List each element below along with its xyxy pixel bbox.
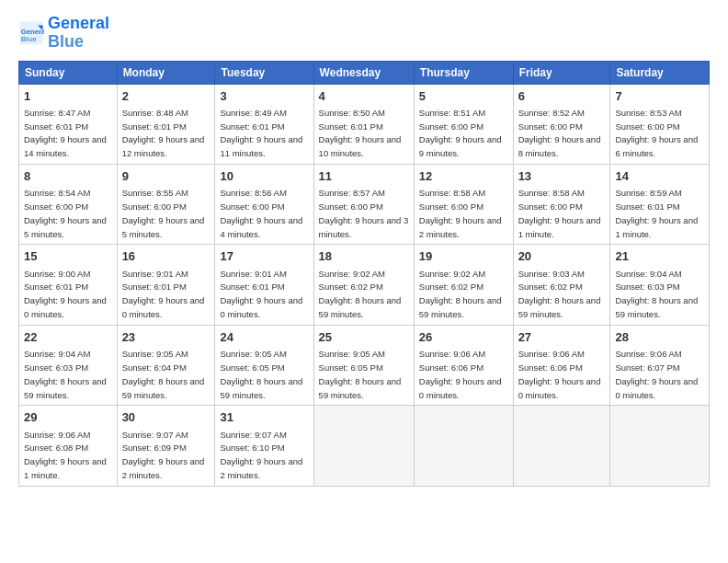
day-info: Sunrise: 9:06 AMSunset: 6:08 PMDaylight:…: [24, 430, 107, 480]
logo-icon: General Blue: [18, 20, 44, 46]
calendar-day-cell: 6 Sunrise: 8:52 AMSunset: 6:00 PMDayligh…: [513, 84, 610, 164]
day-info: Sunrise: 9:06 AMSunset: 6:07 PMDaylight:…: [615, 349, 698, 399]
day-number: 23: [122, 329, 210, 346]
day-info: Sunrise: 8:47 AMSunset: 6:01 PMDaylight:…: [24, 108, 107, 158]
day-number: 26: [419, 329, 508, 346]
logo: General Blue GeneralBlue: [18, 15, 109, 52]
day-number: 19: [419, 248, 508, 265]
day-number: 29: [24, 409, 112, 426]
day-info: Sunrise: 9:01 AMSunset: 6:01 PMDaylight:…: [122, 269, 205, 319]
calendar-day-cell: 8 Sunrise: 8:54 AMSunset: 6:00 PMDayligh…: [19, 165, 118, 245]
calendar-table: SundayMondayTuesdayWednesdayThursdayFrid…: [18, 61, 710, 487]
day-info: Sunrise: 9:05 AMSunset: 6:04 PMDaylight:…: [122, 349, 205, 399]
calendar-day-cell: 9 Sunrise: 8:55 AMSunset: 6:00 PMDayligh…: [117, 165, 215, 245]
calendar-day-cell: 22 Sunrise: 9:04 AMSunset: 6:03 PMDaylig…: [19, 325, 118, 405]
calendar-day-cell: 12 Sunrise: 8:58 AMSunset: 6:00 PMDaylig…: [414, 165, 513, 245]
day-number: 17: [220, 248, 308, 265]
day-number: 2: [122, 88, 210, 105]
calendar-day-cell: 20 Sunrise: 9:03 AMSunset: 6:02 PMDaylig…: [513, 245, 610, 325]
day-info: Sunrise: 8:57 AMSunset: 6:00 PMDaylight:…: [319, 188, 409, 238]
calendar-day-cell: 29 Sunrise: 9:06 AMSunset: 6:08 PMDaylig…: [19, 406, 118, 486]
day-number: 22: [24, 329, 112, 346]
calendar-day-cell: 24 Sunrise: 9:05 AMSunset: 6:05 PMDaylig…: [215, 325, 313, 405]
day-number: 28: [615, 329, 704, 346]
calendar-day-cell: 2 Sunrise: 8:48 AMSunset: 6:01 PMDayligh…: [117, 84, 215, 164]
calendar-day-cell: 16 Sunrise: 9:01 AMSunset: 6:01 PMDaylig…: [117, 245, 215, 325]
day-info: Sunrise: 8:59 AMSunset: 6:01 PMDaylight:…: [615, 188, 698, 238]
day-info: Sunrise: 8:56 AMSunset: 6:00 PMDaylight:…: [220, 188, 302, 238]
day-info: Sunrise: 8:58 AMSunset: 6:00 PMDaylight:…: [419, 188, 502, 238]
calendar-day-cell: 1 Sunrise: 8:47 AMSunset: 6:01 PMDayligh…: [19, 84, 118, 164]
calendar-day-cell: [610, 406, 710, 486]
day-info: Sunrise: 8:53 AMSunset: 6:00 PMDaylight:…: [615, 108, 698, 158]
calendar-day-cell: 11 Sunrise: 8:57 AMSunset: 6:00 PMDaylig…: [313, 165, 414, 245]
calendar-header-cell: Saturday: [610, 61, 710, 84]
day-info: Sunrise: 9:06 AMSunset: 6:06 PMDaylight:…: [518, 349, 601, 399]
day-info: Sunrise: 8:55 AMSunset: 6:00 PMDaylight:…: [122, 188, 205, 238]
day-info: Sunrise: 9:06 AMSunset: 6:06 PMDaylight:…: [419, 349, 502, 399]
calendar-day-cell: 14 Sunrise: 8:59 AMSunset: 6:01 PMDaylig…: [610, 165, 710, 245]
calendar-header-cell: Friday: [513, 61, 610, 84]
calendar-day-cell: 7 Sunrise: 8:53 AMSunset: 6:00 PMDayligh…: [610, 84, 710, 164]
day-number: 27: [518, 329, 606, 346]
calendar-week-row: 1 Sunrise: 8:47 AMSunset: 6:01 PMDayligh…: [19, 84, 710, 164]
calendar-week-row: 8 Sunrise: 8:54 AMSunset: 6:00 PMDayligh…: [19, 165, 710, 245]
day-info: Sunrise: 8:48 AMSunset: 6:01 PMDaylight:…: [122, 108, 205, 158]
calendar-week-row: 22 Sunrise: 9:04 AMSunset: 6:03 PMDaylig…: [19, 325, 710, 405]
day-info: Sunrise: 8:54 AMSunset: 6:00 PMDaylight:…: [24, 188, 107, 238]
day-info: Sunrise: 8:49 AMSunset: 6:01 PMDaylight:…: [220, 108, 302, 158]
day-info: Sunrise: 9:02 AMSunset: 6:02 PMDaylight:…: [319, 269, 402, 319]
day-info: Sunrise: 9:05 AMSunset: 6:05 PMDaylight:…: [220, 349, 302, 399]
calendar-day-cell: 31 Sunrise: 9:07 AMSunset: 6:10 PMDaylig…: [215, 406, 313, 486]
day-info: Sunrise: 8:51 AMSunset: 6:00 PMDaylight:…: [419, 108, 502, 158]
day-info: Sunrise: 8:50 AMSunset: 6:01 PMDaylight:…: [319, 108, 402, 158]
logo-text: GeneralBlue: [48, 15, 109, 52]
calendar-week-row: 29 Sunrise: 9:06 AMSunset: 6:08 PMDaylig…: [19, 406, 710, 486]
calendar-day-cell: 19 Sunrise: 9:02 AMSunset: 6:02 PMDaylig…: [414, 245, 513, 325]
calendar-header-cell: Tuesday: [215, 61, 313, 84]
day-info: Sunrise: 9:02 AMSunset: 6:02 PMDaylight:…: [419, 269, 502, 319]
calendar-header-cell: Monday: [117, 61, 215, 84]
page: General Blue GeneralBlue SundayMondayTue…: [0, 0, 728, 563]
calendar-week-row: 15 Sunrise: 9:00 AMSunset: 6:01 PMDaylig…: [19, 245, 710, 325]
calendar-header-cell: Thursday: [414, 61, 513, 84]
calendar-day-cell: 17 Sunrise: 9:01 AMSunset: 6:01 PMDaylig…: [215, 245, 313, 325]
calendar-day-cell: 27 Sunrise: 9:06 AMSunset: 6:06 PMDaylig…: [513, 325, 610, 405]
calendar-day-cell: [513, 406, 610, 486]
day-number: 11: [319, 168, 409, 185]
day-number: 8: [24, 168, 112, 185]
day-info: Sunrise: 9:01 AMSunset: 6:01 PMDaylight:…: [220, 269, 302, 319]
day-number: 4: [319, 88, 409, 105]
day-number: 14: [615, 168, 704, 185]
day-info: Sunrise: 9:04 AMSunset: 6:03 PMDaylight:…: [615, 269, 698, 319]
day-number: 18: [319, 248, 409, 265]
day-info: Sunrise: 8:58 AMSunset: 6:00 PMDaylight:…: [518, 188, 601, 238]
calendar-day-cell: 18 Sunrise: 9:02 AMSunset: 6:02 PMDaylig…: [313, 245, 414, 325]
calendar-header-cell: Wednesday: [313, 61, 414, 84]
day-number: 12: [419, 168, 508, 185]
day-number: 21: [615, 248, 704, 265]
day-info: Sunrise: 8:52 AMSunset: 6:00 PMDaylight:…: [518, 108, 601, 158]
day-info: Sunrise: 9:03 AMSunset: 6:02 PMDaylight:…: [518, 269, 601, 319]
calendar-day-cell: 13 Sunrise: 8:58 AMSunset: 6:00 PMDaylig…: [513, 165, 610, 245]
day-info: Sunrise: 9:07 AMSunset: 6:10 PMDaylight:…: [220, 430, 302, 480]
calendar-day-cell: [313, 406, 414, 486]
calendar-day-cell: 10 Sunrise: 8:56 AMSunset: 6:00 PMDaylig…: [215, 165, 313, 245]
calendar-header-row: SundayMondayTuesdayWednesdayThursdayFrid…: [19, 61, 710, 84]
header: General Blue GeneralBlue: [18, 15, 710, 52]
day-number: 3: [220, 88, 308, 105]
day-number: 6: [518, 88, 606, 105]
calendar-day-cell: 25 Sunrise: 9:05 AMSunset: 6:05 PMDaylig…: [313, 325, 414, 405]
calendar-day-cell: 15 Sunrise: 9:00 AMSunset: 6:01 PMDaylig…: [19, 245, 118, 325]
calendar-day-cell: 3 Sunrise: 8:49 AMSunset: 6:01 PMDayligh…: [215, 84, 313, 164]
day-number: 10: [220, 168, 308, 185]
day-number: 25: [319, 329, 409, 346]
day-number: 30: [122, 409, 210, 426]
day-number: 7: [615, 88, 704, 105]
day-number: 24: [220, 329, 308, 346]
day-info: Sunrise: 9:04 AMSunset: 6:03 PMDaylight:…: [24, 349, 107, 399]
calendar-day-cell: 23 Sunrise: 9:05 AMSunset: 6:04 PMDaylig…: [117, 325, 215, 405]
svg-text:Blue: Blue: [21, 35, 37, 43]
day-number: 16: [122, 248, 210, 265]
calendar-day-cell: 28 Sunrise: 9:06 AMSunset: 6:07 PMDaylig…: [610, 325, 710, 405]
